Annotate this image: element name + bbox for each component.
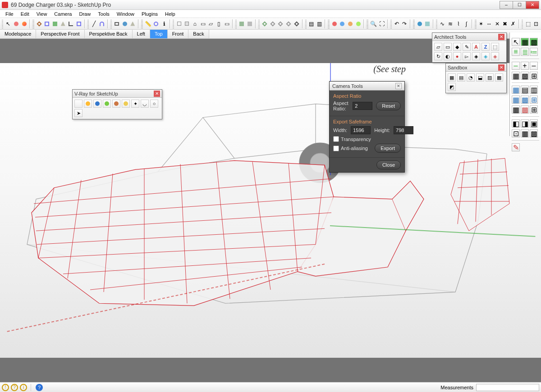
menu-edit[interactable]: Edit xyxy=(17,10,33,18)
plugin-b-icon[interactable] xyxy=(339,20,346,28)
architect-tool-10-icon[interactable]: ● xyxy=(453,52,461,60)
side-view-icon[interactable]: ▯ xyxy=(215,20,223,28)
protractor-tool-icon[interactable] xyxy=(153,20,160,28)
qf-i-icon[interactable]: – xyxy=(530,62,538,70)
sandbox-from-contours-icon[interactable]: ▦ xyxy=(448,73,456,82)
vray-sun-icon[interactable] xyxy=(122,100,130,108)
tape-tool-icon[interactable]: 📏 xyxy=(144,20,152,28)
qf-j-icon[interactable]: ▦ xyxy=(512,72,520,80)
circle-tool-icon[interactable] xyxy=(121,20,128,28)
extension-icon[interactable] xyxy=(424,20,431,28)
architect-palette[interactable]: Architect Tools ✕ ▱ ▭ ◆ ✎ A Z ⬚ ↻ ◐ ● ▻ … xyxy=(432,32,507,63)
architect-tool-6-icon[interactable]: Z xyxy=(481,43,490,51)
scene-tab-top[interactable]: Top xyxy=(150,30,168,38)
sandbox-drape-icon[interactable]: ▨ xyxy=(486,73,494,82)
vray-material-icon[interactable] xyxy=(103,100,111,108)
curve-c-icon[interactable]: ⌇ xyxy=(455,20,462,28)
architect-tool-14-icon[interactable]: ◈ xyxy=(491,52,499,60)
architect-tool-1-icon[interactable]: ▱ xyxy=(434,43,442,51)
toolbar-grip[interactable] xyxy=(367,19,368,28)
qf-t-icon[interactable]: ▩ xyxy=(521,105,529,114)
qf-w-icon[interactable]: ◨ xyxy=(521,119,529,128)
group-icon[interactable] xyxy=(183,20,191,28)
vray-palette[interactable]: V-Ray for SketchUp ✕ ✦ ◡ ○ ➤ xyxy=(72,89,162,119)
qf-f-icon[interactable]: ≔ xyxy=(530,48,538,56)
camera-tools-dialog[interactable]: Camera Tools ✕ Aspect Ratio Aspect Ratio… xyxy=(329,81,405,173)
section-display-icon[interactable] xyxy=(269,20,276,28)
section-fill2-icon[interactable] xyxy=(293,20,300,28)
dim-icon[interactable]: ↔ xyxy=(486,20,493,28)
toolbar-grip[interactable] xyxy=(110,19,112,28)
curve-a-icon[interactable]: ∿ xyxy=(439,20,446,28)
menu-window[interactable]: Window xyxy=(113,10,138,18)
toolbar-grip[interactable] xyxy=(2,19,3,28)
transparency-checkbox-label[interactable]: Transparency xyxy=(333,136,371,142)
curve-b-icon[interactable]: ≋ xyxy=(447,20,454,28)
vray-sphere-icon[interactable]: ○ xyxy=(150,100,158,108)
antialias-checkbox[interactable] xyxy=(333,146,339,151)
qf-pen-icon[interactable]: ✎ xyxy=(512,143,520,151)
qf-m-icon[interactable]: ▦ xyxy=(512,86,520,94)
qf-s-icon[interactable]: ▦ xyxy=(512,105,520,114)
bbox2-icon[interactable]: ⊡ xyxy=(532,20,540,28)
zoom-window-icon[interactable]: 🔍 xyxy=(370,20,377,28)
qf-k-icon[interactable]: ▩ xyxy=(521,72,529,80)
width-input[interactable] xyxy=(351,126,371,134)
reset-button[interactable]: Reset xyxy=(376,101,401,110)
qf-o-icon[interactable]: ▥ xyxy=(530,86,538,94)
rectangle-tool-icon[interactable] xyxy=(113,20,120,28)
redo-icon[interactable]: ↷ xyxy=(401,20,408,28)
vray-light-icon[interactable]: ✦ xyxy=(131,100,139,108)
camera-tools-close-button[interactable]: ✕ xyxy=(395,83,402,89)
plugin-a-icon[interactable] xyxy=(331,20,338,28)
dim2-icon[interactable]: ✕ xyxy=(494,20,501,28)
architect-tool-13-icon[interactable]: ◈ xyxy=(481,52,490,60)
sandbox-palette-title[interactable]: Sandbox ✕ xyxy=(446,64,506,72)
polygon-tool-icon[interactable] xyxy=(129,20,136,28)
toolbar-grip[interactable] xyxy=(305,19,307,28)
qf-n-icon[interactable]: ▤ xyxy=(521,86,529,94)
menu-file[interactable]: File xyxy=(2,10,17,18)
toolbar-grip[interactable] xyxy=(413,19,414,28)
toolbar-grip[interactable] xyxy=(436,19,437,28)
scene-tab-persp-front[interactable]: Perspective Front xyxy=(36,30,84,38)
architect-tool-8-icon[interactable]: ↻ xyxy=(434,52,442,60)
top-view-icon[interactable]: ▭ xyxy=(199,20,206,28)
vray-dome-icon[interactable]: ◡ xyxy=(141,100,149,108)
toolbar-grip[interactable] xyxy=(141,19,142,28)
section-cut-icon[interactable] xyxy=(277,20,284,28)
qf-u-icon[interactable]: ⊞ xyxy=(530,105,538,114)
dim3-icon[interactable]: ✖ xyxy=(502,20,509,28)
window-maximize-button[interactable]: ☐ xyxy=(513,1,526,9)
qf-select-icon[interactable]: ↖ xyxy=(512,38,520,46)
vray-help-icon[interactable]: ➤ xyxy=(74,109,83,117)
architect-palette-close-button[interactable]: ✕ xyxy=(498,34,504,40)
height-input[interactable] xyxy=(394,126,413,134)
layers-icon[interactable]: ▤ xyxy=(308,20,315,28)
vray-palette-title[interactable]: V-Ray for SketchUp ✕ xyxy=(73,90,162,98)
qf-z-icon[interactable]: ▦ xyxy=(521,129,529,137)
arc-tool-icon[interactable] xyxy=(98,20,105,28)
toolbar-grip[interactable] xyxy=(328,19,329,28)
offset-tool-icon[interactable] xyxy=(68,20,75,28)
architect-tool-7-icon[interactable]: ⬚ xyxy=(491,43,499,51)
sandbox-from-scratch-icon[interactable]: ▤ xyxy=(457,73,465,82)
close-button[interactable]: Close xyxy=(376,160,401,169)
scene-tab-persp-back[interactable]: Perspektive Back xyxy=(85,30,133,38)
menu-plugins[interactable]: Plugins xyxy=(138,10,161,18)
qf-y-icon[interactable]: ⊡ xyxy=(512,129,520,137)
curve-d-icon[interactable]: ∫ xyxy=(463,20,470,28)
sandbox-stamp-icon[interactable]: ⬓ xyxy=(476,73,484,82)
text-tool-icon[interactable]: ℹ xyxy=(160,20,168,28)
toolbar-grip[interactable] xyxy=(475,19,476,28)
undo-icon[interactable]: ↶ xyxy=(393,20,400,28)
vray-rt-icon[interactable] xyxy=(84,100,92,108)
architect-tool-12-icon[interactable]: ◈ xyxy=(472,52,480,60)
qf-e-icon[interactable]: ≣ xyxy=(521,48,529,56)
status-icon-3[interactable]: i xyxy=(20,384,27,391)
toolbar-grip[interactable] xyxy=(87,19,89,28)
iso-icon[interactable]: ⌂ xyxy=(192,20,199,28)
section-icon[interactable] xyxy=(261,20,268,28)
outliner-icon[interactable]: ▥ xyxy=(316,20,323,28)
status-icon-1[interactable]: ! xyxy=(2,384,9,391)
